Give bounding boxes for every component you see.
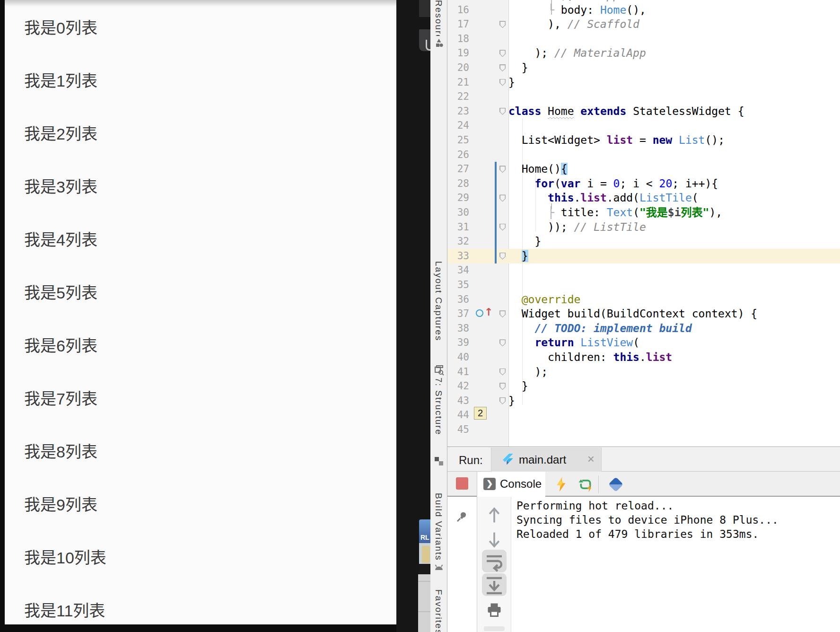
- list-item[interactable]: 我是2列表: [5, 106, 396, 159]
- soft-wrap-toggle[interactable]: [482, 550, 507, 572]
- up-arrow-icon[interactable]: [488, 506, 501, 524]
- tool-window-bar: Resources Layout Captures 7: Structure B…: [430, 0, 447, 632]
- code-line: Widget build(BuildContext context) {: [508, 307, 757, 321]
- bookmark-mnemonic[interactable]: 2: [474, 407, 487, 420]
- console-toolbar: [477, 497, 511, 632]
- console-icon: ❯: [483, 478, 496, 490]
- list-item[interactable]: 我是8列表: [5, 424, 396, 477]
- list-item[interactable]: 我是9列表: [5, 477, 396, 530]
- list-item[interactable]: 我是11列表: [5, 583, 396, 624]
- run-label: Run:: [459, 454, 483, 467]
- scroll-to-end-toggle[interactable]: [482, 573, 507, 596]
- line-number: 20: [447, 61, 469, 75]
- code-line: }: [508, 234, 541, 249]
- code-area[interactable]: ), // AppBar └ body: Home(), ), // Scaff…: [509, 0, 840, 447]
- toolbtn-structure[interactable]: 7: Structure: [433, 377, 444, 435]
- resource-manager-icon[interactable]: [433, 38, 445, 49]
- run-tab-main-dart[interactable]: main.dart ×: [491, 448, 602, 472]
- list-item-label: 我是8列表: [24, 439, 97, 462]
- soft-wrap-icon: [482, 550, 507, 572]
- dart-logo-icon[interactable]: [607, 476, 624, 493]
- line-number: 45: [447, 422, 469, 437]
- flutter-icon: [502, 453, 514, 465]
- console-line: Syncing files to device iPhone 8 Plus...: [516, 513, 779, 527]
- line-number: 35: [447, 278, 469, 292]
- list-item[interactable]: 我是3列表: [5, 159, 396, 212]
- run-header: Run: main.dart ×: [447, 448, 840, 472]
- pin-icon[interactable]: [455, 509, 469, 524]
- list-item[interactable]: 我是6列表: [5, 318, 396, 371]
- flutter-listview[interactable]: 我是0列表我是1列表我是2列表我是3列表我是4列表我是5列表我是6列表我是7列表…: [5, 0, 396, 624]
- layout-captures-icon[interactable]: [433, 364, 445, 376]
- run-tab-label: main.dart: [519, 453, 566, 466]
- code-line: ├ title: Text("我是$i列表"),: [508, 205, 722, 220]
- code-line: // TODO: implement build: [508, 321, 692, 336]
- hot-restart-button[interactable]: [577, 476, 594, 493]
- toolbtn-favorites[interactable]: Favorites: [433, 589, 444, 632]
- line-number: 29: [447, 191, 469, 205]
- close-icon[interactable]: ×: [587, 452, 595, 466]
- code-line: @override: [508, 292, 580, 307]
- code-editor[interactable]: 1516171819202122232425262728293031323334…: [447, 0, 840, 447]
- code-line: for(var i = 0; i < 20; i++){: [508, 176, 718, 191]
- list-item[interactable]: 我是5列表: [5, 265, 396, 318]
- line-number: 32: [447, 234, 469, 249]
- vcs-change-bar: [495, 162, 497, 263]
- list-item[interactable]: 我是7列表: [5, 371, 396, 424]
- line-number: 17: [447, 17, 469, 32]
- toolbtn-build-variants[interactable]: Build Variants: [433, 493, 444, 561]
- list-item-label: 我是0列表: [24, 15, 97, 38]
- line-number: 22: [447, 89, 469, 104]
- line-number: 27: [447, 162, 469, 176]
- code-line: }: [508, 394, 515, 408]
- list-item[interactable]: 我是10列表: [5, 530, 396, 583]
- line-number: 19: [447, 46, 469, 61]
- toolbtn-resources[interactable]: Resources: [433, 0, 444, 36]
- structure-icon[interactable]: [433, 456, 445, 467]
- line-number: 41: [447, 365, 469, 379]
- line-number: 16: [447, 3, 469, 18]
- window-corner-highlight: [426, 40, 430, 51]
- line-number: 38: [447, 321, 469, 336]
- console-tab-label: Console: [500, 477, 542, 491]
- list-item[interactable]: 我是0列表: [5, 0, 396, 53]
- line-number: 33: [447, 249, 469, 263]
- line-number: 28: [447, 176, 469, 191]
- desktop-gap: RL: [396, 0, 430, 632]
- toolbtn-layout-captures[interactable]: Layout Captures: [433, 261, 444, 341]
- list-item-label: 我是2列表: [24, 121, 97, 144]
- code-line: return ListView(: [508, 335, 639, 350]
- line-number: 42: [447, 379, 469, 394]
- console-line: Performing hot reload...: [516, 499, 674, 513]
- list-item-label: 我是3列表: [24, 174, 97, 197]
- override-method-icon[interactable]: [476, 309, 483, 317]
- console-output[interactable]: Performing hot reload...Syncing files to…: [512, 497, 840, 632]
- list-item[interactable]: 我是4列表: [5, 212, 396, 265]
- line-number: 21: [447, 75, 469, 90]
- badge-text: RL: [420, 534, 429, 541]
- line-number: 40: [447, 350, 469, 365]
- android-icon[interactable]: [433, 562, 445, 573]
- down-arrow-icon[interactable]: [488, 531, 501, 549]
- console-tab-row: ❯ Console: [447, 472, 840, 497]
- line-number: 36: [447, 292, 469, 307]
- list-item-label: 我是7列表: [24, 386, 97, 409]
- code-line: Home(){: [508, 162, 568, 176]
- line-number: 43: [447, 394, 469, 408]
- tab-console[interactable]: ❯ Console: [477, 472, 545, 497]
- code-line: this.list.add(ListTile(: [508, 191, 699, 205]
- list-item[interactable]: 我是1列表: [5, 53, 396, 106]
- code-line: ), // Scaffold: [508, 17, 639, 32]
- stop-button[interactable]: [456, 477, 468, 490]
- code-line: );: [508, 365, 548, 379]
- console-line: Reloaded 1 of 479 libraries in 353ms.: [516, 527, 759, 541]
- simulator-window: 我是0列表我是1列表我是2列表我是3列表我是4列表我是5列表我是6列表我是7列表…: [0, 0, 396, 632]
- background-window-edge: [419, 0, 430, 17]
- print-icon[interactable]: [486, 602, 503, 618]
- hot-reload-button[interactable]: [553, 476, 569, 492]
- override-arrow-icon: ↑: [484, 306, 493, 318]
- list-item-label: 我是5列表: [24, 280, 97, 303]
- list-item-label: 我是9列表: [24, 492, 97, 515]
- code-line: }: [508, 75, 515, 90]
- background-fragment-light: [418, 574, 430, 632]
